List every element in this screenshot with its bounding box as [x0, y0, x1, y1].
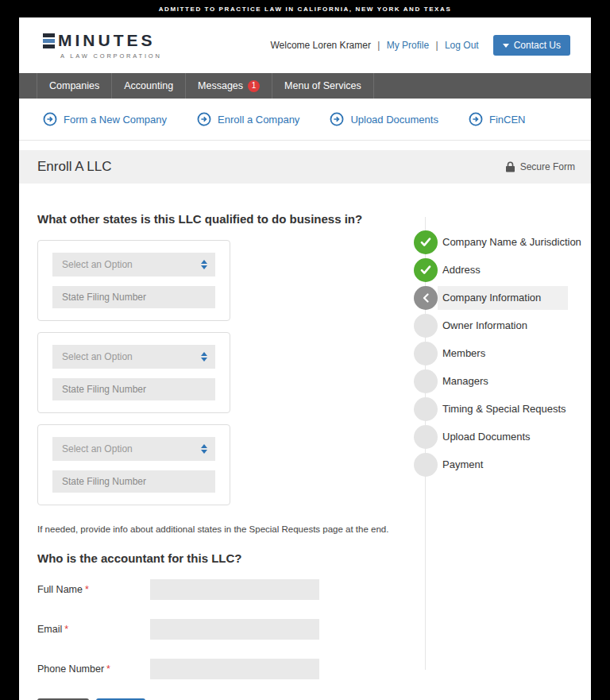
step-owner-information[interactable]: Owner Information: [414, 311, 585, 339]
secure-form-indicator: Secure Form: [505, 161, 575, 172]
full-name-label: Full Name*: [37, 584, 150, 595]
chevron-down-icon: [503, 44, 509, 48]
arrow-circle-icon: [197, 112, 211, 126]
state-select[interactable]: Select an Option: [52, 437, 215, 461]
select-arrows-icon: [201, 444, 207, 454]
arrow-circle-icon: [43, 112, 57, 126]
step-upload-documents[interactable]: Upload Documents: [414, 423, 585, 451]
state-filing-number-input[interactable]: [52, 470, 215, 493]
step-company-name-jurisdiction[interactable]: Company Name & Jurisdiction: [414, 228, 585, 256]
my-profile-link[interactable]: My Profile: [387, 40, 429, 51]
email-field[interactable]: [150, 619, 319, 640]
welcome-user: Welcome Loren Kramer: [270, 40, 371, 51]
main-nav: Companies Accounting Messages 1 Menu of …: [19, 73, 591, 99]
state-group-card: Select an Option: [37, 332, 230, 413]
state-group-card: Select an Option: [37, 424, 230, 505]
form-column: What other states is this LLC qualified …: [37, 184, 395, 700]
step-company-information[interactable]: Company Information: [414, 284, 585, 311]
chevron-left-icon: [414, 286, 438, 310]
step-circle: [414, 453, 438, 477]
phone-number-label: Phone Number*: [37, 663, 150, 675]
quick-links-bar: Form a New Company Enroll a Company Uplo…: [19, 99, 591, 141]
required-asterisk: *: [85, 584, 89, 595]
quick-link-enroll-company[interactable]: Enroll a Company: [197, 112, 299, 126]
accountant-question-heading: Who is the accountant for this LLC?: [37, 551, 395, 565]
quick-link-upload-documents[interactable]: Upload Documents: [330, 112, 438, 126]
states-question-heading: What other states is this LLC qualified …: [37, 212, 395, 226]
lock-icon: [505, 161, 515, 172]
page-title-band: Enroll A LLC Secure Form: [19, 150, 591, 184]
nav-item-companies[interactable]: Companies: [37, 73, 111, 99]
messages-count-badge: 1: [248, 80, 260, 92]
state-filing-number-input[interactable]: [52, 286, 215, 308]
log-out-link[interactable]: Log Out: [445, 40, 479, 51]
quick-link-form-new-company[interactable]: Form a New Company: [43, 112, 167, 126]
eminutes-logo[interactable]: MINUTES A LAW CORPORATION: [43, 31, 162, 60]
contact-us-button[interactable]: Contact Us: [493, 35, 570, 56]
required-asterisk: *: [106, 663, 110, 675]
main-content: What other states is this LLC qualified …: [19, 184, 591, 683]
step-payment[interactable]: Payment: [414, 451, 585, 478]
step-circle: [414, 342, 438, 365]
state-group-card: Select an Option: [37, 240, 230, 321]
step-circle: [414, 314, 438, 338]
step-members[interactable]: Members: [414, 339, 585, 367]
page-title: Enroll A LLC: [37, 159, 112, 175]
arrow-circle-icon: [330, 112, 344, 126]
step-managers[interactable]: Managers: [414, 367, 585, 395]
phone-number-field[interactable]: [150, 659, 319, 679]
state-filing-number-input[interactable]: [52, 378, 215, 400]
check-icon: [414, 258, 438, 282]
phone-number-row: Phone Number*: [37, 659, 395, 679]
logo-e-icon: [43, 33, 55, 48]
states-note: If needed, provide info about additional…: [37, 524, 395, 534]
welcome-text: Welcome Loren Kramer | My Profile | Log …: [270, 40, 478, 51]
nav-item-messages[interactable]: Messages 1: [185, 73, 272, 99]
admitted-banner: ADMITTED TO PRACTICE LAW IN CALIFORNIA, …: [0, 0, 610, 17]
header: MINUTES A LAW CORPORATION Welcome Loren …: [19, 17, 591, 73]
required-asterisk: *: [64, 624, 68, 635]
check-icon: [414, 230, 438, 254]
arrow-circle-icon: [469, 112, 483, 126]
nav-item-accounting[interactable]: Accounting: [111, 73, 185, 99]
step-circle: [414, 397, 438, 421]
progress-steps: Company Name & Jurisdiction Address Comp…: [414, 228, 585, 478]
select-arrows-icon: [201, 352, 207, 362]
select-arrows-icon: [201, 260, 207, 269]
step-circle: [414, 425, 438, 449]
logo-wordmark: MINUTES: [58, 31, 156, 50]
email-row: Email*: [37, 619, 395, 640]
quick-link-fincen[interactable]: FinCEN: [469, 112, 526, 126]
admitted-banner-text: ADMITTED TO PRACTICE LAW IN CALIFORNIA, …: [159, 6, 452, 13]
nav-item-menu-of-services[interactable]: Menu of Services: [272, 73, 374, 99]
step-timing-special-requests[interactable]: Timing & Special Requests: [414, 395, 585, 423]
full-name-field[interactable]: [150, 579, 319, 600]
email-label: Email*: [37, 624, 150, 635]
logo-tagline: A LAW CORPORATION: [60, 52, 162, 60]
step-circle: [414, 369, 438, 393]
content-card: MINUTES A LAW CORPORATION Welcome Loren …: [19, 17, 591, 700]
full-name-row: Full Name*: [37, 579, 395, 600]
state-select[interactable]: Select an Option: [52, 253, 215, 277]
state-select[interactable]: Select an Option: [52, 345, 215, 369]
step-address[interactable]: Address: [414, 256, 585, 284]
